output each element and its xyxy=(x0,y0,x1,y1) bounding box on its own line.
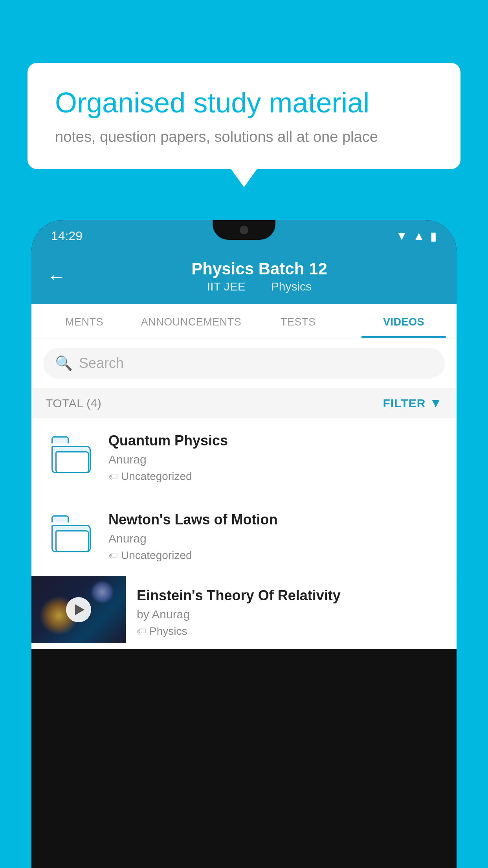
folder-icon xyxy=(51,521,91,552)
search-container: 🔍 Search xyxy=(31,338,457,388)
video-folder-thumb xyxy=(46,436,97,479)
tag-label: Physics xyxy=(149,625,187,638)
folder-front xyxy=(55,530,89,552)
list-item[interactable]: Newton's Laws of Motion Anurag 🏷 Uncateg… xyxy=(31,497,457,576)
header-subtitle: IIT JEE Physics xyxy=(78,280,441,293)
search-icon: 🔍 xyxy=(55,355,73,371)
item-tag: 🏷 Uncategorized xyxy=(108,470,442,483)
tag-label: Uncategorized xyxy=(121,470,192,483)
signal-icon: ▲ xyxy=(413,229,425,243)
tag-label: Uncategorized xyxy=(121,549,192,562)
status-time: 14:29 xyxy=(51,229,83,243)
play-button[interactable] xyxy=(66,597,91,622)
search-input[interactable]: Search xyxy=(79,355,124,371)
folder-front xyxy=(55,451,89,473)
item-author: Anurag xyxy=(108,532,442,545)
item-tag: 🏷 Physics xyxy=(137,625,446,638)
phone-inner: 14:29 ▼ ▲ ▮ ← Physics Batch 12 IIT JEE P… xyxy=(31,220,457,868)
tag-icon: 🏷 xyxy=(108,550,118,561)
back-button[interactable]: ← xyxy=(47,266,66,287)
filter-bar: TOTAL (4) FILTER ▼ xyxy=(31,388,457,418)
play-icon xyxy=(75,604,84,615)
item-tag: 🏷 Uncategorized xyxy=(108,549,442,562)
item-title: Einstein's Theory Of Relativity xyxy=(137,587,446,604)
status-icons: ▼ ▲ ▮ xyxy=(396,229,437,243)
header-subtitle-iitjee: IIT JEE xyxy=(207,280,246,293)
header-subtitle-sep xyxy=(257,280,263,293)
item-info: Quantum Physics Anurag 🏷 Uncategorized xyxy=(108,432,442,483)
video-folder-thumb xyxy=(46,515,97,558)
camera-icon xyxy=(240,226,248,234)
folder-tab xyxy=(51,515,69,522)
app-header: ← Physics Batch 12 IIT JEE Physics xyxy=(31,248,457,304)
tab-ments[interactable]: MENTS xyxy=(31,304,137,338)
page-title: Physics Batch 12 xyxy=(78,259,441,278)
phone-notch xyxy=(213,220,275,240)
tab-announcements[interactable]: ANNOUNCEMENTS xyxy=(137,304,246,338)
folder-tab xyxy=(51,436,69,443)
item-title: Newton's Laws of Motion xyxy=(108,511,442,528)
header-subtitle-physics: Physics xyxy=(271,280,312,293)
tab-videos[interactable]: VIDEOS xyxy=(351,304,457,338)
speech-bubble: Organised study material notes, question… xyxy=(28,63,460,169)
list-item[interactable]: Einstein's Theory Of Relativity by Anura… xyxy=(31,576,457,649)
item-info: Einstein's Theory Of Relativity by Anura… xyxy=(126,576,457,649)
item-title: Quantum Physics xyxy=(108,432,442,449)
phone-frame: 14:29 ▼ ▲ ▮ ← Physics Batch 12 IIT JEE P… xyxy=(31,220,457,868)
search-bar[interactable]: 🔍 Search xyxy=(43,348,445,379)
tab-tests[interactable]: TESTS xyxy=(245,304,351,338)
speech-bubble-container: Organised study material notes, question… xyxy=(28,63,460,169)
bubble-title: Organised study material xyxy=(55,86,433,119)
wifi-icon: ▼ xyxy=(396,229,408,243)
item-author: Anurag xyxy=(108,453,442,466)
tag-icon: 🏷 xyxy=(137,626,146,637)
list-item[interactable]: Quantum Physics Anurag 🏷 Uncategorized xyxy=(31,418,457,497)
filter-label: FILTER xyxy=(383,397,426,410)
tag-icon: 🏷 xyxy=(108,471,118,482)
content-area: Quantum Physics Anurag 🏷 Uncategorized xyxy=(31,418,457,649)
header-title-group: Physics Batch 12 IIT JEE Physics xyxy=(78,259,441,293)
total-count: TOTAL (4) xyxy=(46,397,101,410)
battery-icon: ▮ xyxy=(430,229,437,243)
item-info: Newton's Laws of Motion Anurag 🏷 Uncateg… xyxy=(108,511,442,562)
filter-icon: ▼ xyxy=(429,396,442,410)
item-author: by Anurag xyxy=(137,608,446,621)
thumb-glow2 xyxy=(90,580,114,604)
filter-button[interactable]: FILTER ▼ xyxy=(383,396,442,410)
video-thumbnail xyxy=(31,576,126,643)
bubble-subtitle: notes, question papers, solutions all at… xyxy=(55,129,433,145)
folder-icon xyxy=(51,442,91,473)
tabs-bar: MENTS ANNOUNCEMENTS TESTS VIDEOS xyxy=(31,304,457,338)
